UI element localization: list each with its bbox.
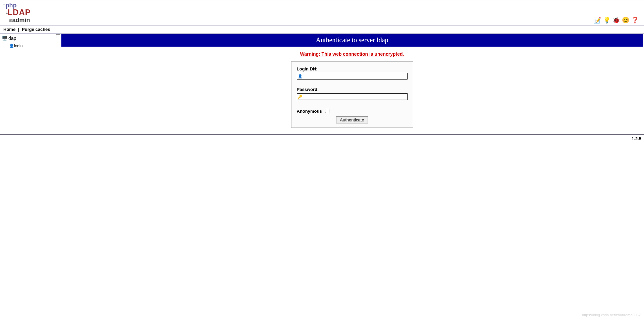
server-icon: 🖥️ — [1, 36, 7, 41]
app-logo: ⊟php └LDAP ⊞admin — [3, 2, 31, 23]
main-content: Authenticate to server ldap Warning: Thi… — [60, 34, 644, 134]
nav-bar: Home | Purge caches — [0, 25, 644, 34]
nav-purge-caches[interactable]: Purge caches — [22, 27, 50, 32]
help-icon[interactable]: ❓ — [631, 17, 639, 23]
login-dn-input[interactable] — [303, 73, 407, 79]
lightbulb-icon[interactable]: 💡 — [603, 17, 610, 23]
user-icon: 👤 — [297, 74, 303, 78]
anonymous-label: Anonymous — [297, 109, 322, 114]
login-form: Login DN: 👤 Password: 🔑 Anonymous — [291, 61, 413, 128]
person-icon: 👤 — [9, 44, 14, 48]
nav-home[interactable]: Home — [3, 27, 15, 32]
sidebar: + 🖥️ ldap 👤 login — [0, 34, 60, 134]
nav-separator: | — [18, 27, 19, 32]
authenticate-button[interactable]: Authenticate — [336, 116, 368, 123]
warning-banner: Warning: This web connection is unencryp… — [61, 51, 643, 57]
smiley-icon[interactable]: 😊 — [622, 17, 629, 23]
help-request-icon[interactable]: 📝 — [594, 17, 601, 23]
anonymous-checkbox[interactable] — [325, 109, 329, 113]
sidebar-login-link[interactable]: 👤 login — [9, 44, 58, 48]
warning-text: Warning: This web connection is unencryp… — [300, 51, 404, 57]
password-label: Password: — [297, 87, 408, 92]
key-icon: 🔑 — [297, 95, 303, 99]
page-title: Authenticate to server ldap — [61, 34, 643, 47]
login-dn-label: Login DN: — [297, 66, 408, 71]
server-tree-node[interactable]: 🖥️ ldap — [1, 36, 58, 41]
version-label: 1.2.5 — [0, 135, 644, 141]
password-input[interactable] — [303, 94, 407, 99]
sidebar-login-label[interactable]: login — [14, 44, 22, 48]
server-name: ldap — [7, 36, 16, 41]
expand-sidebar-icon[interactable]: + — [56, 34, 60, 38]
bug-icon[interactable]: 🐞 — [612, 17, 620, 23]
